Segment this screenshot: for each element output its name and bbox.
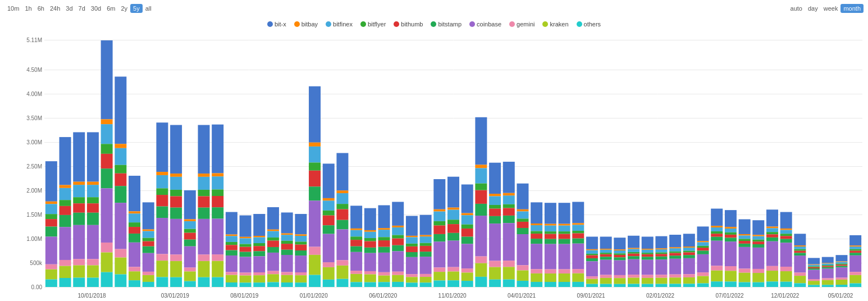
legend-label-kraken: kraken <box>550 21 568 28</box>
time-buttons: 10m1h6h24h3d7d30d6m2y5yall <box>4 4 154 13</box>
legend-label-bitflyer: bitflyer <box>368 21 386 28</box>
legend-dot-kraken <box>542 21 548 27</box>
legend-item-kraken: kraken <box>542 21 568 28</box>
legend-dot-others <box>577 21 582 27</box>
legend-dot-gemini <box>509 21 515 27</box>
time-btn-7d[interactable]: 7d <box>76 4 88 13</box>
chart-canvas <box>13 31 868 301</box>
legend-label-coinbase: coinbase <box>477 21 501 28</box>
legend-dot-bitflyer <box>360 21 366 27</box>
period-btn-auto[interactable]: auto <box>788 4 805 13</box>
legend-item-gemini: gemini <box>509 21 534 28</box>
time-btn-6m[interactable]: 6m <box>104 4 118 13</box>
time-btn-24h[interactable]: 24h <box>47 4 63 13</box>
legend-label-bithumb: bithumb <box>401 21 423 28</box>
y-axis-label <box>0 31 13 301</box>
time-btn-30d[interactable]: 30d <box>88 4 104 13</box>
period-btn-week[interactable]: week <box>821 4 841 13</box>
legend-dot-coinbase <box>469 21 475 27</box>
legend-label-bitbay: bitbay <box>301 21 318 28</box>
legend: bit-xbitbaybitfinexbitflyerbithumbbitsta… <box>0 17 868 31</box>
top-bar: 10m1h6h24h3d7d30d6m2y5yall autodayweekmo… <box>0 0 868 17</box>
app: 10m1h6h24h3d7d30d6m2y5yall autodayweekmo… <box>0 0 868 301</box>
time-btn-5y[interactable]: 5y <box>130 4 143 13</box>
legend-item-bit-x: bit-x <box>267 21 286 28</box>
period-btn-day[interactable]: day <box>805 4 821 13</box>
chart-area <box>0 31 868 301</box>
time-btn-3d[interactable]: 3d <box>63 4 75 13</box>
legend-item-bitflyer: bitflyer <box>360 21 386 28</box>
time-btn-all[interactable]: all <box>143 4 154 13</box>
legend-item-coinbase: coinbase <box>469 21 501 28</box>
legend-item-bitstamp: bitstamp <box>431 21 462 28</box>
legend-dot-bitfinex <box>326 21 331 27</box>
time-btn-10m[interactable]: 10m <box>4 4 22 13</box>
legend-label-bitfinex: bitfinex <box>333 21 353 28</box>
time-btn-2y[interactable]: 2y <box>118 4 130 13</box>
period-buttons: autodayweekmonth <box>788 4 864 13</box>
chart-container <box>13 31 868 301</box>
legend-item-others: others <box>577 21 601 28</box>
legend-label-bitstamp: bitstamp <box>438 21 462 28</box>
legend-dot-bitbay <box>294 21 300 27</box>
legend-item-bitbay: bitbay <box>294 21 318 28</box>
legend-item-bithumb: bithumb <box>394 21 423 28</box>
legend-dot-bit-x <box>267 21 273 27</box>
time-btn-1h[interactable]: 1h <box>22 4 34 13</box>
legend-dot-bitstamp <box>431 21 436 27</box>
legend-item-bitfinex: bitfinex <box>326 21 353 28</box>
legend-dot-bithumb <box>394 21 399 27</box>
legend-label-gemini: gemini <box>517 21 534 28</box>
legend-label-bit-x: bit-x <box>275 21 286 28</box>
legend-label-others: others <box>584 21 601 28</box>
time-btn-6h[interactable]: 6h <box>35 4 47 13</box>
period-btn-month[interactable]: month <box>840 4 864 13</box>
